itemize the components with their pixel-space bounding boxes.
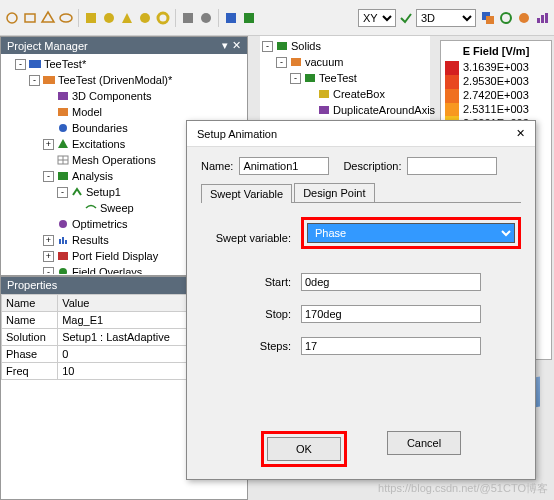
tree-project[interactable]: -TeeTest* (1, 56, 247, 72)
steps-input[interactable] (301, 337, 481, 355)
svg-rect-4 (86, 13, 96, 23)
svg-marker-6 (122, 13, 132, 23)
solid-sphere-icon[interactable] (137, 10, 153, 26)
svg-rect-43 (319, 90, 329, 98)
view-check-icon[interactable] (398, 10, 414, 26)
svg-rect-17 (537, 18, 540, 23)
props-col-name[interactable]: Name (2, 295, 58, 312)
main-toolbar: XY 3D (0, 0, 554, 36)
steps-label: Steps: (201, 340, 301, 352)
svg-rect-42 (305, 74, 315, 82)
svg-point-15 (501, 13, 511, 23)
svg-marker-2 (42, 12, 54, 22)
svg-rect-12 (244, 13, 254, 23)
pm-close-icon[interactable]: ✕ (232, 39, 241, 52)
dialog-tabs: Swept Variable Design Point (201, 183, 521, 203)
svg-rect-19 (545, 13, 548, 23)
svg-rect-22 (58, 92, 68, 100)
solid-cone-icon[interactable] (119, 10, 135, 26)
desc-label: Description: (343, 160, 401, 172)
tree-3dcomponents[interactable]: 3D Components (1, 88, 247, 104)
view-plane-select[interactable]: XY (358, 9, 396, 27)
cancel-button[interactable]: Cancel (387, 431, 461, 455)
model-tree: -Solids -vacuum -TeeTest CreateBox Dupli… (260, 36, 430, 120)
svg-rect-11 (226, 13, 236, 23)
tool-chart-icon[interactable] (534, 10, 550, 26)
props-title: Properties (7, 279, 57, 292)
svg-rect-31 (59, 239, 61, 244)
svg-rect-20 (29, 60, 41, 68)
legend-value: 2.5311E+003 (463, 103, 529, 115)
svg-point-0 (7, 13, 17, 23)
props-col-value[interactable]: Value (58, 295, 192, 312)
tool-b-icon[interactable] (198, 10, 214, 26)
stop-input[interactable] (301, 305, 481, 323)
rtree-teetest[interactable]: -TeeTest (262, 70, 428, 86)
shape-rect-icon[interactable] (22, 10, 38, 26)
tool-c-icon[interactable] (223, 10, 239, 26)
rtree-dup1[interactable]: DuplicateAroundAxis (262, 102, 428, 118)
svg-rect-33 (65, 240, 67, 244)
tool-refresh-icon[interactable] (498, 10, 514, 26)
start-label: Start: (201, 276, 301, 288)
tab-design-point[interactable]: Design Point (294, 183, 374, 202)
tree-model[interactable]: Model (1, 104, 247, 120)
svg-rect-29 (58, 172, 68, 180)
pm-header: Project Manager ▾✕ (1, 37, 247, 54)
svg-rect-14 (486, 16, 494, 24)
svg-rect-9 (183, 13, 193, 23)
name-input[interactable] (239, 157, 329, 175)
svg-point-10 (201, 13, 211, 23)
svg-rect-1 (25, 14, 35, 22)
pm-title: Project Manager (7, 40, 88, 52)
svg-rect-40 (277, 42, 287, 50)
svg-point-3 (60, 14, 72, 22)
pm-pin-icon[interactable]: ▾ (222, 39, 228, 52)
legend-value: 3.1639E+003 (463, 61, 529, 73)
solid-cyl-icon[interactable] (101, 10, 117, 26)
rtree-solids[interactable]: -Solids (262, 38, 428, 54)
watermark: https://blog.csdn.net/@51CTO博客 (378, 481, 548, 496)
shape-ellipse-icon[interactable] (58, 10, 74, 26)
tool-cube-icon[interactable] (480, 10, 496, 26)
tab-swept-variable[interactable]: Swept Variable (201, 184, 292, 203)
legend-title: E Field [V/m] (445, 45, 547, 57)
tool-gear-icon[interactable] (516, 10, 532, 26)
svg-rect-34 (58, 252, 68, 260)
start-input[interactable] (301, 273, 481, 291)
shape-circle-icon[interactable] (4, 10, 20, 26)
tool-d-icon[interactable] (241, 10, 257, 26)
dialog-title: Setup Animation (197, 128, 277, 140)
svg-point-5 (104, 13, 114, 23)
svg-point-16 (519, 13, 529, 23)
name-label: Name: (201, 160, 233, 172)
solid-torus-icon[interactable] (155, 10, 171, 26)
swept-label: Swept variable: (201, 232, 301, 244)
tree-design[interactable]: -TeeTest (DrivenModal)* (1, 72, 247, 88)
svg-rect-41 (291, 58, 301, 66)
rtree-vacuum[interactable]: -vacuum (262, 54, 428, 70)
legend-value: 2.7420E+003 (463, 89, 529, 101)
shape-poly-icon[interactable] (40, 10, 56, 26)
svg-point-8 (158, 13, 168, 23)
svg-point-7 (140, 13, 150, 23)
svg-point-35 (59, 268, 67, 274)
stop-label: Stop: (201, 308, 301, 320)
rtree-createbox[interactable]: CreateBox (262, 86, 428, 102)
legend-value: 2.9530E+003 (463, 75, 529, 87)
swept-variable-select[interactable]: Phase (307, 223, 515, 243)
svg-rect-21 (43, 76, 55, 84)
svg-rect-32 (62, 237, 64, 244)
dialog-close-icon[interactable]: ✕ (516, 127, 525, 140)
ok-button[interactable]: OK (267, 437, 341, 461)
view-mode-select[interactable]: 3D (416, 9, 476, 27)
desc-input[interactable] (407, 157, 497, 175)
setup-animation-dialog: Setup Animation ✕ Name: Description: Swe… (186, 120, 536, 480)
svg-point-30 (59, 220, 67, 228)
svg-rect-44 (319, 106, 329, 114)
svg-rect-18 (541, 15, 544, 23)
solid-cube-icon[interactable] (83, 10, 99, 26)
tool-a-icon[interactable] (180, 10, 196, 26)
svg-marker-25 (58, 139, 68, 148)
svg-point-24 (59, 124, 67, 132)
